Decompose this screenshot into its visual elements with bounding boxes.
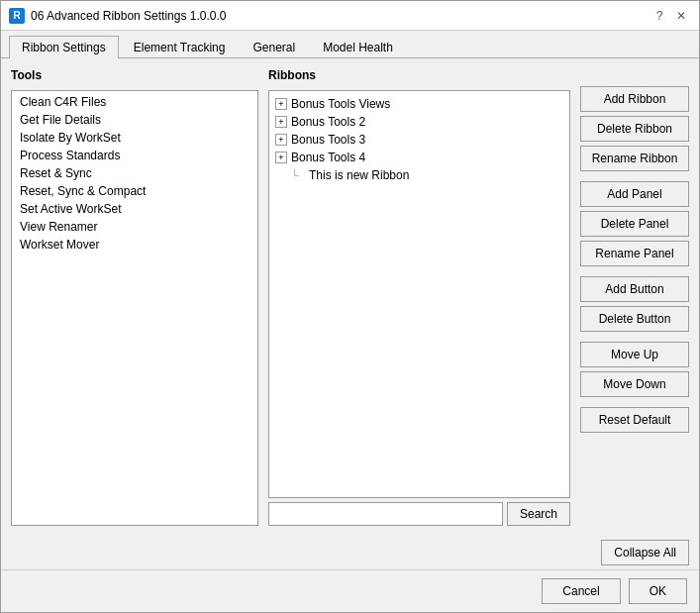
list-item[interactable]: Process Standards xyxy=(14,147,255,164)
tree-item-bonus-tools-4[interactable]: + Bonus Tools 4 xyxy=(273,149,565,166)
ok-button[interactable]: OK xyxy=(629,578,687,604)
tab-element-tracking[interactable]: Element Tracking xyxy=(121,36,239,58)
content-area: Tools Clean C4R Files Get File Details I… xyxy=(1,58,699,536)
window-title: 06 Advanced Ribbon Settings 1.0.0.0 xyxy=(31,9,644,23)
tools-list: Clean C4R Files Get File Details Isolate… xyxy=(11,90,258,526)
tab-model-health[interactable]: Model Health xyxy=(310,36,406,58)
tools-label: Tools xyxy=(11,68,258,82)
search-button[interactable]: Search xyxy=(507,502,570,526)
help-button[interactable]: ? xyxy=(650,6,669,26)
expander-icon[interactable]: + xyxy=(275,152,287,163)
button-buttons-group: Add Button Delete Button xyxy=(580,276,689,332)
expander-icon[interactable]: + xyxy=(275,116,287,128)
app-icon: R xyxy=(9,8,25,24)
tab-bar: Ribbon Settings Element Tracking General… xyxy=(1,31,699,58)
expander-icon[interactable]: + xyxy=(275,98,287,110)
expander-icon[interactable]: + xyxy=(275,134,287,146)
rename-panel-button[interactable]: Rename Panel xyxy=(580,241,689,266)
tree-item-bonus-tools-2[interactable]: + Bonus Tools 2 xyxy=(273,113,565,131)
tree-leaf-new-ribbon[interactable]: └ This is new Ribbon xyxy=(289,166,565,184)
list-item[interactable]: Set Active WorkSet xyxy=(14,200,255,218)
leaf-connector-icon: └ xyxy=(291,169,305,181)
list-item[interactable]: Isolate By WorkSet xyxy=(14,129,255,147)
list-item[interactable]: Workset Mover xyxy=(14,236,255,254)
add-panel-button[interactable]: Add Panel xyxy=(580,181,689,207)
tools-panel: Tools Clean C4R Files Get File Details I… xyxy=(11,68,258,526)
move-down-button[interactable]: Move Down xyxy=(580,371,689,397)
list-item[interactable]: Clean C4R Files xyxy=(14,93,255,111)
list-item[interactable]: Get File Details xyxy=(14,111,255,129)
ribbons-panel: Ribbons + Bonus Tools Views + Bonus Tool… xyxy=(268,68,570,526)
bottom-bar: Cancel OK xyxy=(1,569,699,612)
tab-general[interactable]: General xyxy=(240,36,308,58)
cancel-button[interactable]: Cancel xyxy=(542,578,620,604)
title-bar: R 06 Advanced Ribbon Settings 1.0.0.0 ? … xyxy=(1,1,699,31)
title-bar-controls: ? ✕ xyxy=(650,6,691,26)
close-button[interactable]: ✕ xyxy=(671,6,691,26)
action-buttons-panel: Add Ribbon Delete Ribbon Rename Ribbon A… xyxy=(580,68,689,526)
add-ribbon-button[interactable]: Add Ribbon xyxy=(580,86,689,112)
tree-children-bonus-tools-4: └ This is new Ribbon xyxy=(273,166,565,184)
delete-button-button[interactable]: Delete Button xyxy=(580,306,689,332)
tree-item-bonus-tools-views[interactable]: + Bonus Tools Views xyxy=(273,95,565,113)
delete-panel-button[interactable]: Delete Panel xyxy=(580,211,689,237)
reset-default-button[interactable]: Reset Default xyxy=(580,407,689,433)
tab-ribbon-settings[interactable]: Ribbon Settings xyxy=(9,36,119,58)
search-row: Search xyxy=(268,502,570,526)
add-button-button[interactable]: Add Button xyxy=(580,276,689,302)
move-buttons-group: Move Up Move Down xyxy=(580,342,689,397)
tree-item-bonus-tools-3[interactable]: + Bonus Tools 3 xyxy=(273,131,565,149)
collapse-row: Collapse All xyxy=(1,536,699,569)
list-item[interactable]: View Renamer xyxy=(14,218,255,236)
main-window: R 06 Advanced Ribbon Settings 1.0.0.0 ? … xyxy=(0,0,700,613)
delete-ribbon-button[interactable]: Delete Ribbon xyxy=(580,116,689,142)
list-item[interactable]: Reset & Sync xyxy=(14,164,255,182)
ribbons-tree: + Bonus Tools Views + Bonus Tools 2 + Bo… xyxy=(268,90,570,498)
panel-buttons-group: Add Panel Delete Panel Rename Panel xyxy=(580,181,689,266)
rename-ribbon-button[interactable]: Rename Ribbon xyxy=(580,146,689,171)
list-item[interactable]: Reset, Sync & Compact xyxy=(14,182,255,200)
collapse-all-button[interactable]: Collapse All xyxy=(601,540,689,565)
search-input[interactable] xyxy=(268,502,503,526)
ribbon-buttons-group: Add Ribbon Delete Ribbon Rename Ribbon xyxy=(580,86,689,171)
ribbons-label: Ribbons xyxy=(268,68,570,82)
move-up-button[interactable]: Move Up xyxy=(580,342,689,367)
